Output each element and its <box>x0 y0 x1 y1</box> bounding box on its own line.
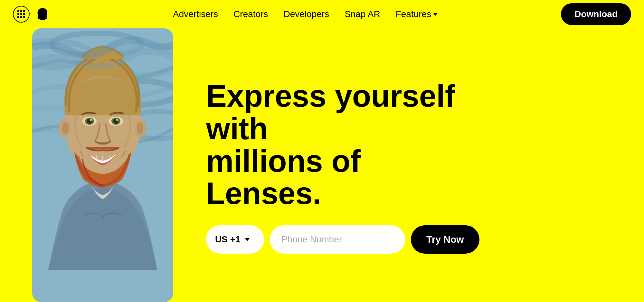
nav-link-snap-ar[interactable]: Snap AR <box>345 9 380 19</box>
nav-link-advertisers[interactable]: Advertisers <box>173 9 218 19</box>
nav-link-features[interactable]: Features <box>396 9 438 19</box>
svg-point-17 <box>116 119 118 121</box>
grid-dot <box>17 13 19 15</box>
navbar-right: Download <box>561 3 631 25</box>
navbar-center: Advertisers Creators Developers Snap AR … <box>173 9 438 19</box>
form-row: US +1 Try Now <box>206 225 483 254</box>
navbar: Advertisers Creators Developers Snap AR … <box>0 0 644 28</box>
grid-dot <box>17 16 19 18</box>
hero-section: Express yourself with millions of Lenses… <box>0 28 644 302</box>
grid-dot <box>23 16 25 18</box>
hero-title: Express yourself with millions of Lenses… <box>206 80 483 210</box>
chevron-down-icon <box>245 238 250 241</box>
grid-dot <box>23 10 25 12</box>
svg-point-22 <box>62 122 69 134</box>
svg-point-24 <box>137 122 143 134</box>
chevron-down-icon <box>433 13 438 16</box>
hero-image <box>32 28 173 302</box>
phone-number-input[interactable] <box>270 225 405 254</box>
grid-icon <box>17 10 25 18</box>
nav-link-developers[interactable]: Developers <box>283 9 329 19</box>
grid-dot <box>23 13 25 15</box>
grid-dot <box>17 10 19 12</box>
apps-menu-button[interactable] <box>13 6 30 23</box>
download-button[interactable]: Download <box>561 3 631 25</box>
hero-content: Express yourself with millions of Lenses… <box>206 80 483 254</box>
country-code-selector[interactable]: US +1 <box>206 225 264 254</box>
snapchat-logo <box>35 7 50 21</box>
grid-dot <box>20 16 22 18</box>
nav-link-creators[interactable]: Creators <box>233 9 268 19</box>
grid-dot <box>20 10 22 12</box>
svg-point-13 <box>90 119 92 121</box>
grid-dot <box>20 13 22 15</box>
try-now-button[interactable]: Try Now <box>411 225 479 254</box>
navbar-left <box>13 6 50 23</box>
